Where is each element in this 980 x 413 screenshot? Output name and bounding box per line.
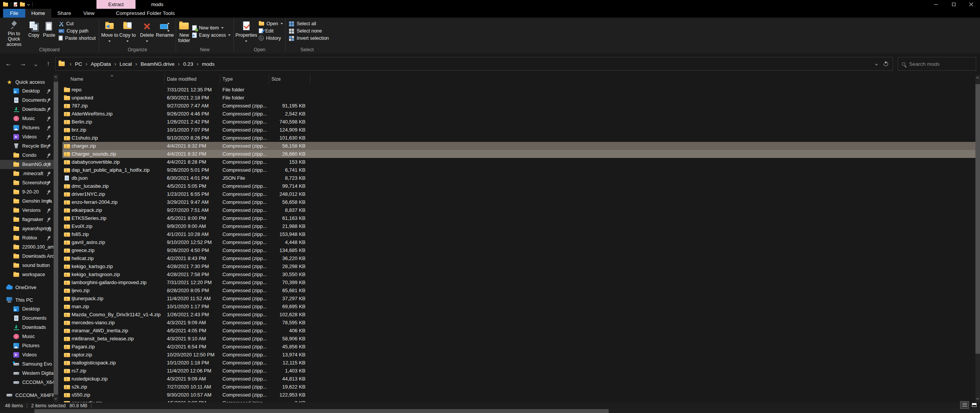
copy-to-button[interactable]: Copy to: [119, 20, 137, 45]
invert-selection-button[interactable]: Invert selection: [287, 34, 330, 42]
table-row[interactable]: reallogisticspack.zip 10/1/2020 1:18 PM …: [62, 359, 975, 367]
sidebar-item[interactable]: Genshin Impa: [0, 197, 57, 206]
qat-properties-icon[interactable]: [14, 2, 17, 7]
pin-icon[interactable]: [46, 89, 51, 93]
maximize-button[interactable]: [945, 0, 962, 9]
copy-button[interactable]: Copy: [26, 20, 41, 45]
table-row[interactable]: mk6transit_beta_release.zip 4/3/2021 9:1…: [62, 335, 975, 343]
table-row[interactable]: unpacked 6/30/2021 2:18 PM File folder: [62, 94, 975, 102]
up-button[interactable]: ↑: [44, 60, 53, 68]
table-row[interactable]: hellcat.zip 4/2/2021 8:43 PM Compressed …: [62, 254, 975, 262]
table-row[interactable]: dababyconvertible.zip 4/4/2021 8:28 PM C…: [62, 158, 975, 166]
breadcrumb-segment[interactable]: › BeamNG.drive: [132, 61, 175, 67]
pin-icon[interactable]: [46, 116, 51, 121]
table-row[interactable]: kekigo_kartsgo.zip 4/28/2021 7:30 PM Com…: [62, 262, 975, 270]
breadcrumb-folder-icon[interactable]: [59, 62, 65, 66]
file-list-scrollbar-thumb[interactable]: [975, 84, 980, 354]
table-row[interactable]: dmc_lucasbe.zip 4/5/2021 5:05 PM Compres…: [62, 182, 975, 190]
table-row[interactable]: man.zip 10/1/2020 1:17 PM Compressed (zi…: [62, 302, 975, 311]
table-row[interactable]: ljtunerpack.zip 11/4/2020 11:52 AM Compr…: [62, 294, 975, 302]
table-row[interactable]: mercedes-viano.zip 4/3/2021 9:09 AM Comp…: [62, 319, 975, 327]
thumbnail-view-button[interactable]: [970, 401, 978, 409]
sidebar-item[interactable]: Music: [0, 114, 57, 123]
table-row[interactable]: sgaugerfix.zip 4/5/2021 8:00 PM Compress…: [62, 399, 975, 402]
select-all-button[interactable]: Select all: [287, 20, 330, 27]
sidebar-item[interactable]: Videos: [0, 132, 57, 141]
sidebar-item[interactable]: Roblox: [0, 233, 57, 242]
properties-button[interactable]: Properties: [235, 20, 257, 45]
table-row[interactable]: AlderWireRims.zip 9/26/2020 4:46 PM Comp…: [62, 110, 975, 118]
sidebar-item[interactable]: sound button: [0, 261, 57, 270]
table-row[interactable]: rustedpickup.zip 4/3/2021 9:09 AM Compre…: [62, 375, 975, 383]
table-row[interactable]: rs7.zip 11/4/2020 12:06 PM Compressed (z…: [62, 367, 975, 375]
scroll-down-icon[interactable]: [976, 397, 978, 400]
pin-icon[interactable]: [46, 217, 51, 222]
sidebar-item[interactable]: ayearofspring: [0, 224, 57, 233]
breadcrumb-segment[interactable]: › PC: [66, 61, 82, 67]
table-row[interactable]: charger.zip 4/4/2021 8:32 PM Compressed …: [62, 142, 975, 150]
table-row[interactable]: kekigo_kartsgroon.zip 4/28/2021 7:58 PM …: [62, 270, 975, 278]
details-view-button[interactable]: [960, 401, 969, 409]
sidebar-scrollbar-thumb[interactable]: [54, 82, 58, 395]
table-row[interactable]: Charger_sounds.zip 4/4/2021 8:32 PM Comp…: [62, 150, 975, 158]
sidebar-item[interactable]: This PC: [0, 295, 57, 304]
table-row[interactable]: C1shuto.zip 9/10/2020 8:26 PM Compressed…: [62, 134, 975, 142]
qat-folder-icon[interactable]: [3, 3, 8, 7]
pin-icon[interactable]: [46, 107, 51, 112]
edit-button[interactable]: Edit: [257, 27, 284, 34]
sidebar-item[interactable]: CCCOMA_X64FRE: [0, 390, 57, 400]
sidebar-item[interactable]: Quick access: [0, 77, 57, 86]
breadcrumb[interactable]: › PC › AppData › Local ›: [55, 57, 893, 71]
search-box[interactable]: [898, 57, 976, 71]
minimize-button[interactable]: [927, 0, 945, 9]
pin-icon[interactable]: [46, 135, 51, 139]
new-item-button[interactable]: New item: [191, 24, 232, 32]
sidebar-item[interactable]: Downloads: [0, 323, 57, 332]
sidebar-item[interactable]: Western Digital E: [0, 369, 57, 378]
table-row[interactable]: driver1NYC.zip 1/23/2021 6:55 PM Compres…: [62, 190, 975, 198]
sidebar-item[interactable]: .minecraft: [0, 169, 57, 178]
pin-icon[interactable]: [46, 208, 51, 213]
easy-access-button[interactable]: Easy access: [191, 32, 232, 39]
sidebar-item[interactable]: flagmaker: [0, 215, 57, 224]
pin-icon[interactable]: [46, 190, 51, 194]
pin-icon[interactable]: [46, 144, 51, 148]
pin-icon[interactable]: [46, 98, 51, 102]
sidebar-item[interactable]: Downloads Arch: [0, 252, 57, 261]
pin-icon[interactable]: [46, 226, 51, 231]
column-header-date-modified[interactable]: Date modified: [165, 74, 220, 84]
table-row[interactable]: s2k.zip 7/27/2020 10:11 AM Compressed (z…: [62, 383, 975, 391]
delete-button[interactable]: Delete: [138, 20, 155, 45]
table-row[interactable]: lamborghini-gallardo-improved.zip 7/31/2…: [62, 278, 975, 286]
table-row[interactable]: ETKSSeries.zip 4/5/2021 8:00 PM Compress…: [62, 214, 975, 222]
paste-button[interactable]: Paste: [41, 20, 57, 45]
tab-share[interactable]: Share: [51, 9, 77, 18]
sidebar-item[interactable]: workspace: [0, 270, 57, 279]
column-header-size[interactable]: Size: [269, 74, 310, 84]
pin-icon[interactable]: [46, 199, 51, 203]
sidebar-item[interactable]: Screenshots: [0, 178, 57, 187]
breadcrumb-segment[interactable]: › Local: [111, 61, 132, 67]
table-row[interactable]: etkairpack.zip 9/27/2020 7:51 AM Compres…: [62, 206, 975, 214]
table-row[interactable]: 787.zip 9/27/2020 7:47 AM Compressed (zi…: [62, 102, 975, 110]
sidebar-item[interactable]: Desktop: [0, 304, 57, 314]
scroll-up-icon[interactable]: [54, 76, 57, 79]
sidebar-item[interactable]: Videos: [0, 350, 57, 359]
table-row[interactable]: db.json 6/30/2021 4:01 PM JSON File 8,72…: [62, 174, 975, 182]
copy-path-button[interactable]: Copy path: [57, 27, 97, 34]
address-dropdown-chevron-icon[interactable]: [875, 62, 878, 65]
sidebar-item[interactable]: OneDrive: [0, 283, 57, 292]
tab-file[interactable]: File: [3, 9, 25, 18]
sidebar-item[interactable]: BeamNG.driv: [0, 160, 57, 169]
table-row[interactable]: Pagani.zip 4/2/2021 6:54 PM Compressed (…: [62, 343, 975, 351]
qat-customize-chevron-icon[interactable]: [27, 3, 30, 6]
close-button[interactable]: [962, 0, 980, 9]
cut-button[interactable]: Cut: [57, 20, 97, 27]
pin-icon[interactable]: [46, 236, 51, 240]
pin-icon[interactable]: [46, 125, 51, 130]
horizontal-scrollbar-thumb[interactable]: [34, 409, 609, 413]
sidebar-item[interactable]: 22000.100_amd6: [0, 242, 57, 252]
table-row[interactable]: raptor.zip 10/20/2020 12:50 PM Compresse…: [62, 351, 975, 359]
rename-button[interactable]: Rename: [155, 20, 174, 45]
new-folder-button[interactable]: New folder: [178, 20, 191, 45]
